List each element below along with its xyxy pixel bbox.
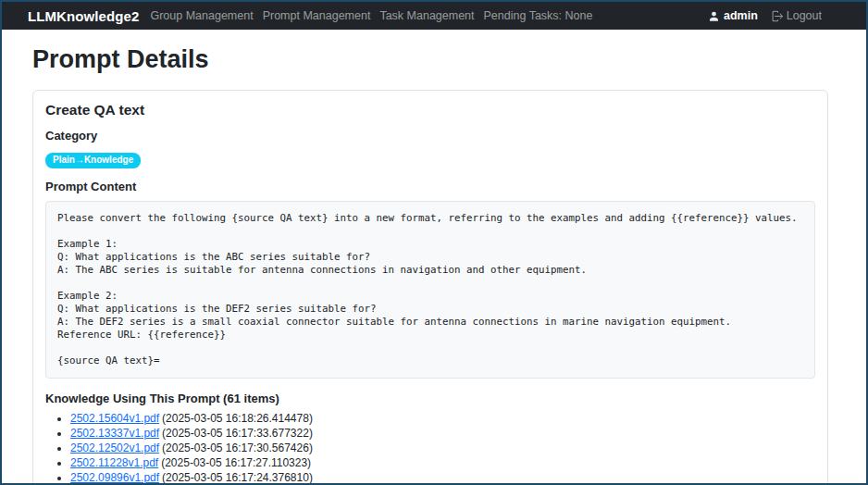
- prompt-name: Create QA text: [45, 102, 815, 118]
- current-user: admin: [708, 9, 758, 22]
- prompt-content-label: Prompt Content: [45, 180, 815, 193]
- category-badge: Plain→Knowledge: [45, 153, 141, 168]
- knowledge-item: 2502.15604v1.pdf(2025-03-05 16:18:26.414…: [70, 411, 815, 426]
- knowledge-timestamp: (2025-03-05 16:17:27.110323): [161, 456, 311, 469]
- knowledge-timestamp: (2025-03-05 16:17:24.376810): [162, 471, 313, 484]
- nav-item[interactable]: Pending Tasks: None: [484, 9, 593, 22]
- knowledge-list: 2502.15604v1.pdf(2025-03-05 16:18:26.414…: [51, 411, 815, 485]
- knowledge-item: 2502.13337v1.pdf(2025-03-05 16:17:33.677…: [70, 426, 815, 441]
- navbar: LLMKnowledge2 Group ManagementPrompt Man…: [2, 2, 866, 30]
- logout-icon: [771, 10, 783, 22]
- knowledge-heading: Knowledge Using This Prompt (61 items): [45, 392, 815, 405]
- navbar-right: admin Logout: [708, 9, 822, 22]
- knowledge-file-link[interactable]: 2502.12502v1.pdf: [70, 441, 159, 454]
- knowledge-timestamp: (2025-03-05 16:18:26.414478): [162, 412, 313, 425]
- logout-link[interactable]: Logout: [771, 9, 822, 22]
- nav-item[interactable]: Prompt Management: [263, 9, 371, 22]
- knowledge-file-link[interactable]: 2502.09896v1.pdf: [70, 471, 159, 484]
- knowledge-item: 2502.12502v1.pdf(2025-03-05 16:17:30.567…: [70, 441, 815, 455]
- knowledge-item: 2502.09896v1.pdf(2025-03-05 16:17:24.376…: [70, 470, 815, 485]
- prompt-details-card: Create QA text Category Plain→Knowledge …: [32, 90, 828, 485]
- prompt-content-text: Please convert the following {source QA …: [45, 201, 815, 379]
- app-brand[interactable]: LLMKnowledge2: [28, 8, 139, 24]
- logout-label: Logout: [787, 9, 822, 22]
- nav-links: Group ManagementPrompt ManagementTask Ma…: [150, 9, 592, 22]
- nav-item[interactable]: Group Management: [150, 9, 253, 22]
- knowledge-file-link[interactable]: 2502.15604v1.pdf: [70, 412, 159, 425]
- main-content: Prompt Details Create QA text Category P…: [2, 30, 866, 485]
- current-user-label: admin: [724, 9, 758, 22]
- nav-item[interactable]: Task Management: [379, 9, 474, 22]
- user-icon: [708, 10, 720, 22]
- knowledge-file-link[interactable]: 2502.11228v1.pdf: [70, 456, 158, 469]
- knowledge-item: 2502.11228v1.pdf(2025-03-05 16:17:27.110…: [70, 455, 815, 470]
- knowledge-timestamp: (2025-03-05 16:17:33.677322): [162, 427, 313, 440]
- knowledge-file-link[interactable]: 2502.13337v1.pdf: [70, 427, 159, 440]
- category-label: Category: [45, 129, 815, 143]
- navbar-left: LLMKnowledge2 Group ManagementPrompt Man…: [28, 8, 592, 24]
- page-title: Prompt Details: [32, 44, 828, 74]
- knowledge-timestamp: (2025-03-05 16:17:30.567426): [162, 441, 313, 454]
